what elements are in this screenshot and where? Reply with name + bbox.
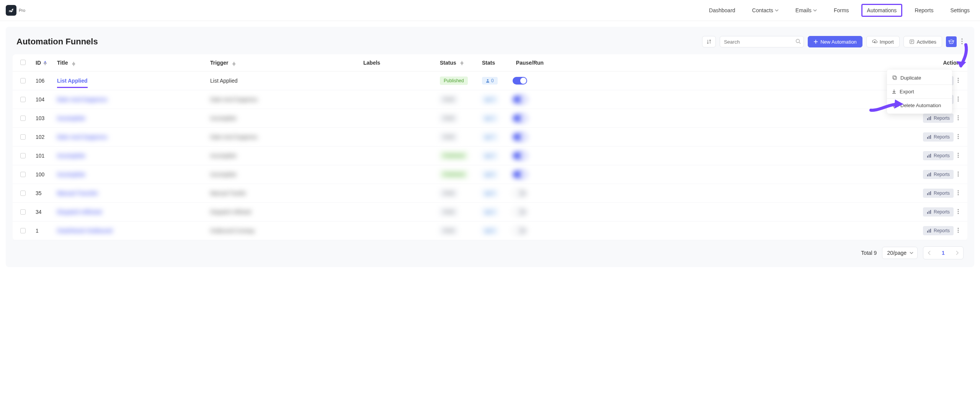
automation-title-link[interactable]: Outofstock Outbound [57,228,113,234]
table-row: 102 Date recd Suppress Date recd Suppres… [13,128,967,147]
svg-point-66 [958,230,959,231]
run-toggle[interactable] [513,208,527,216]
automation-title-link[interactable]: Incomplete [57,171,85,178]
nav-forms[interactable]: Forms [829,5,854,16]
row-more-button[interactable] [957,228,960,234]
run-toggle[interactable] [513,96,527,103]
dropdown-export-label: Export [900,89,914,94]
automation-title-link[interactable]: List Applied [57,78,88,88]
row-checkbox[interactable] [20,78,26,83]
kebab-icon [957,209,959,214]
row-trigger: Dispatch Inflicted [210,209,251,215]
automation-title-link[interactable]: Date recd Suppress [57,96,108,103]
row-more-button[interactable] [957,134,960,140]
col-labels-label: Labels [363,60,380,66]
dropdown-export[interactable]: Export [887,86,952,98]
svg-rect-50 [930,191,931,195]
page-next-button[interactable] [952,248,962,258]
row-checkbox[interactable] [20,116,26,121]
import-button[interactable]: Import [866,36,900,47]
stat-badge: 1 [482,114,498,122]
row-reports-button[interactable]: Reports [923,114,954,123]
new-automation-button[interactable]: New Automation [808,36,862,47]
row-reports-button[interactable]: Reports [923,207,954,217]
svg-rect-62 [927,231,928,233]
kebab-icon [957,171,959,177]
row-checkbox[interactable] [20,134,26,140]
row-checkbox[interactable] [20,228,26,233]
row-reports-button[interactable]: Reports [923,189,954,198]
row-reports-button[interactable]: Reports [923,132,954,142]
perpage-label: 20/page [887,250,906,256]
col-pause-header: Pause/Run [513,60,547,66]
svg-point-33 [487,154,488,156]
col-trigger-header[interactable]: Trigger ▲▼ [210,60,363,66]
app-header: Pro Dashboard Contacts Emails Forms Auto… [0,0,980,21]
nav-dashboard[interactable]: Dashboard [704,5,740,16]
run-toggle[interactable] [513,77,527,85]
svg-point-2 [962,38,963,39]
svg-rect-68 [893,77,897,80]
run-toggle[interactable] [513,152,527,160]
svg-point-5 [487,79,488,81]
dropdown-duplicate-label: Duplicate [900,75,921,81]
nav-settings[interactable]: Settings [946,5,974,16]
row-reports-button[interactable]: Reports [923,151,954,160]
row-checkbox[interactable] [20,191,26,196]
svg-point-46 [958,175,959,176]
page-number[interactable]: 1 [938,248,949,258]
page-prev-button[interactable] [924,248,935,258]
run-toggle[interactable] [513,189,527,197]
row-checkbox[interactable] [20,172,26,177]
row-reports-button[interactable]: Reports [923,226,954,235]
select-all-checkbox[interactable] [20,60,26,65]
row-id: 101 [36,153,57,159]
sort-button[interactable] [702,36,716,47]
table-row: 100 Incomplete Incomplete Published 0 Re… [13,165,967,184]
person-icon [486,229,490,233]
perpage-select[interactable]: 20/page [882,247,918,259]
run-toggle[interactable] [513,114,527,122]
row-checkbox[interactable] [20,97,26,102]
activities-button[interactable]: Activities [903,36,942,47]
automation-title-link[interactable]: Dispatch Inflicted [57,209,102,215]
row-more-button[interactable] [957,96,960,103]
row-more-button[interactable] [957,153,960,159]
dropdown-duplicate[interactable]: Duplicate [887,72,952,84]
row-more-button[interactable] [957,171,960,178]
automation-title-link[interactable]: Incomplete [57,153,85,159]
svg-rect-49 [929,192,929,195]
svg-point-11 [958,81,959,83]
nav-automations[interactable]: Automations [861,4,903,17]
row-trigger: List Applied [210,78,238,84]
row-more-button[interactable] [957,209,960,215]
svg-point-17 [958,98,959,99]
nav-emails[interactable]: Emails [791,5,822,16]
search-input[interactable] [720,36,804,47]
row-more-button[interactable] [957,190,960,197]
nav-contacts[interactable]: Contacts [748,5,783,16]
sort-icon: ▲▼ [231,62,235,65]
col-status-header[interactable]: Status ▲▼ [440,60,482,66]
automation-title-link[interactable]: Date recd Suppress [57,134,108,140]
row-more-button[interactable] [957,78,960,84]
svg-point-60 [958,213,959,214]
automation-title-link[interactable]: Incomplete [57,115,85,121]
app-logo[interactable] [6,5,16,16]
nav-dashboard-label: Dashboard [709,7,735,13]
nav-reports[interactable]: Reports [910,5,938,16]
col-id-header[interactable]: ID ▲▼ [36,60,57,66]
row-checkbox[interactable] [20,209,26,215]
automation-title-link[interactable]: Manual Transfer [57,190,98,196]
run-toggle[interactable] [513,227,527,235]
svg-point-58 [958,209,959,210]
run-toggle[interactable] [513,133,527,141]
row-checkbox[interactable] [20,153,26,158]
nav-reports-label: Reports [915,7,933,13]
row-more-button[interactable] [957,115,960,122]
run-toggle[interactable] [513,171,527,178]
col-title-header[interactable]: Title ▲▼ [57,60,210,66]
table-row: 106 List Applied List Applied Published … [13,72,967,90]
panel-header: Automation Funnels New Automation Import [6,34,974,54]
row-reports-button[interactable]: Reports [923,170,954,179]
